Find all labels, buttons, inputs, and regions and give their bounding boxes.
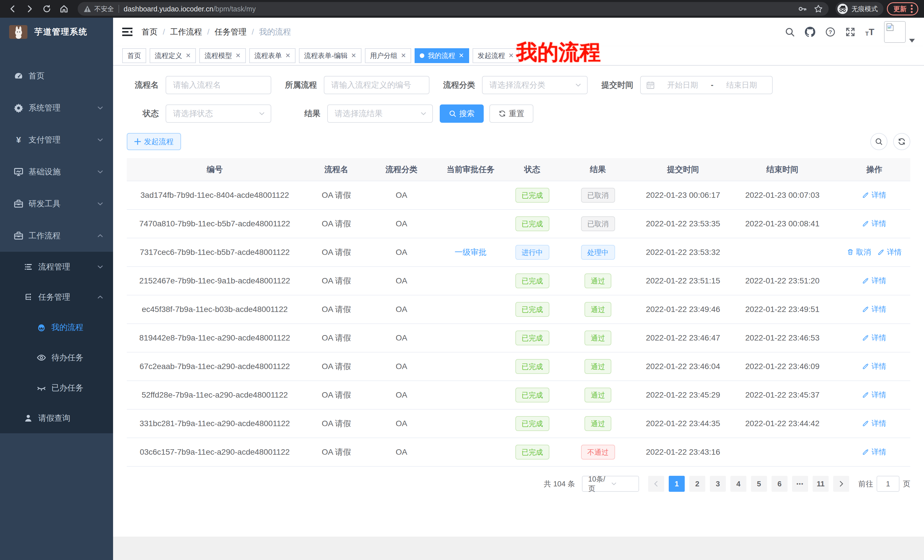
submit-time-range-picker[interactable]: 开始日期 - 结束日期 [640, 76, 772, 94]
security-label[interactable]: 不安全 [94, 4, 114, 13]
detail-link[interactable]: 详情 [862, 390, 886, 400]
url-text[interactable]: dashboard.yudao.iocoder.cn/bpm/task/my [124, 5, 256, 13]
breadcrumb-task-mgmt[interactable]: 任务管理 [215, 27, 247, 37]
detail-link[interactable]: 详情 [878, 247, 902, 257]
detail-link[interactable]: 详情 [862, 190, 886, 200]
tab-home[interactable]: 首页 [122, 48, 146, 63]
header-search-icon[interactable] [784, 27, 795, 37]
update-button[interactable]: 更新 [887, 2, 918, 15]
page-button-6[interactable]: 6 [771, 476, 788, 492]
sidebar-item-pay[interactable]: ¥ 支付管理 [0, 124, 113, 156]
page-button-2[interactable]: 2 [689, 476, 705, 492]
process-definition-input[interactable] [324, 76, 429, 94]
more-pages-button[interactable]: ••• [792, 476, 808, 492]
tab-process-model[interactable]: 流程模型✕ [199, 48, 246, 63]
logo-image [9, 25, 27, 39]
security-warning-icon[interactable] [83, 5, 92, 13]
key-icon[interactable] [798, 4, 807, 13]
tab-process-form[interactable]: 流程表单✕ [249, 48, 296, 63]
goto-page-input[interactable] [877, 476, 900, 492]
breadcrumb: 首页 / 工作流程 / 任务管理 / 我的流程 [142, 27, 291, 37]
collapse-menu-icon[interactable] [122, 27, 132, 37]
sidebar-item-my-process[interactable]: 我的流程 [0, 312, 113, 343]
breadcrumb-workflow[interactable]: 工作流程 [170, 27, 202, 37]
forward-icon[interactable] [23, 2, 36, 16]
start-process-button[interactable]: 发起流程 [127, 133, 181, 150]
table-row: 819442e8-7b9a-11ec-a290-acde48001122 OA … [127, 324, 910, 352]
browser-toolbar: 不安全 dashboard.yudao.iocoder.cn/bpm/task/… [0, 0, 924, 18]
close-icon[interactable]: ✕ [508, 52, 514, 59]
close-icon[interactable]: ✕ [351, 52, 356, 59]
tab-user-group[interactable]: 用户分组✕ [365, 48, 411, 63]
browser-menu-icon[interactable] [910, 4, 913, 13]
fullscreen-icon[interactable] [845, 27, 855, 37]
toolbox-icon [14, 199, 23, 209]
toolbox-icon [14, 231, 23, 241]
close-icon[interactable]: ✕ [285, 52, 290, 59]
detail-link[interactable]: 详情 [862, 361, 886, 371]
cancel-link[interactable]: 取消 [847, 247, 871, 257]
breadcrumb-home[interactable]: 首页 [142, 27, 158, 37]
next-page-button[interactable] [833, 476, 849, 492]
close-icon[interactable]: ✕ [401, 52, 406, 59]
process-category-select[interactable]: 请选择流程分类 [482, 76, 588, 94]
tab-process-definition[interactable]: 流程定义✕ [150, 48, 196, 63]
page-button-4[interactable]: 4 [730, 476, 746, 492]
detail-link[interactable]: 详情 [862, 447, 886, 457]
help-icon[interactable]: ? [825, 27, 836, 37]
result-select[interactable]: 请选择流结果 [327, 105, 433, 123]
close-icon[interactable]: ✕ [186, 52, 191, 59]
sidebar-item-infra[interactable]: 基础设施 [0, 156, 113, 188]
sidebar-item-done-tasks[interactable]: 已办任务 [0, 373, 113, 403]
sidebar-item-task-mgmt[interactable]: 任务管理 [0, 282, 113, 312]
app-logo[interactable]: 芋道管理系统 [0, 18, 113, 46]
process-name-input[interactable] [166, 76, 271, 94]
sidebar-item-todo-tasks[interactable]: 待办任务 [0, 343, 113, 373]
avatar[interactable] [884, 21, 906, 43]
detail-link[interactable]: 详情 [862, 276, 886, 286]
font-size-icon[interactable]: TT [865, 27, 874, 36]
monitor-icon [14, 167, 23, 177]
bookmark-star-icon[interactable] [814, 4, 823, 13]
sidebar-item-leave-query[interactable]: 请假查询 [0, 403, 113, 433]
detail-link[interactable]: 详情 [862, 418, 886, 428]
tab-start-process[interactable]: 发起流程✕ [472, 48, 519, 63]
col-name: 流程名 [303, 158, 370, 181]
reset-button[interactable]: 重置 [489, 105, 533, 123]
page-button-1[interactable]: 1 [669, 476, 685, 492]
back-icon[interactable] [6, 2, 20, 16]
detail-link[interactable]: 详情 [862, 219, 886, 229]
sidebar-item-workflow[interactable]: 工作流程 [0, 220, 113, 252]
address-bar[interactable]: 不安全 dashboard.yudao.iocoder.cn/bpm/task/… [78, 2, 829, 16]
user-avatar-menu[interactable] [884, 21, 915, 43]
detail-link[interactable]: 详情 [862, 304, 886, 314]
end-date-placeholder[interactable]: 结束日期 [717, 80, 766, 90]
detail-link[interactable]: 详情 [862, 333, 886, 343]
filter-row-1: 流程名 所属流程 流程分类 请选择流程分类 提交时间 开始日期 - 结束日期 [127, 76, 910, 94]
sidebar-item-home[interactable]: 首页 [0, 60, 113, 92]
github-icon[interactable] [805, 27, 816, 37]
page-size-select[interactable]: 10条/页 [582, 476, 639, 492]
sidebar-item-process-mgmt[interactable]: 流程管理 [0, 252, 113, 282]
home-icon[interactable] [57, 2, 71, 16]
close-icon[interactable]: ✕ [235, 52, 240, 59]
start-date-placeholder[interactable]: 开始日期 [658, 80, 708, 90]
refresh-table-button[interactable] [893, 133, 910, 150]
page-button-11[interactable]: 11 [813, 476, 829, 492]
sidebar-item-devtools[interactable]: 研发工具 [0, 188, 113, 220]
page-button-3[interactable]: 3 [710, 476, 726, 492]
page-button-5[interactable]: 5 [751, 476, 767, 492]
edit-icon [862, 448, 869, 455]
status-select[interactable]: 请选择状态 [166, 105, 271, 123]
toggle-search-button[interactable] [870, 133, 888, 150]
reload-icon[interactable] [40, 2, 54, 16]
tab-my-process[interactable]: 我的流程✕ [415, 48, 469, 63]
tab-process-form-edit[interactable]: 流程表单-编辑✕ [299, 48, 361, 63]
search-button[interactable]: 搜索 [440, 105, 484, 123]
current-task-link[interactable]: 一级审批 [454, 247, 486, 258]
process-definition-label: 所属流程 [285, 79, 317, 90]
col-end-time: 结束时间 [726, 158, 838, 181]
close-icon[interactable]: ✕ [459, 52, 464, 59]
table-row: 67c2eaab-7b9a-11ec-a290-acde48001122 OA … [127, 352, 910, 381]
sidebar-item-system[interactable]: 系统管理 [0, 92, 113, 124]
